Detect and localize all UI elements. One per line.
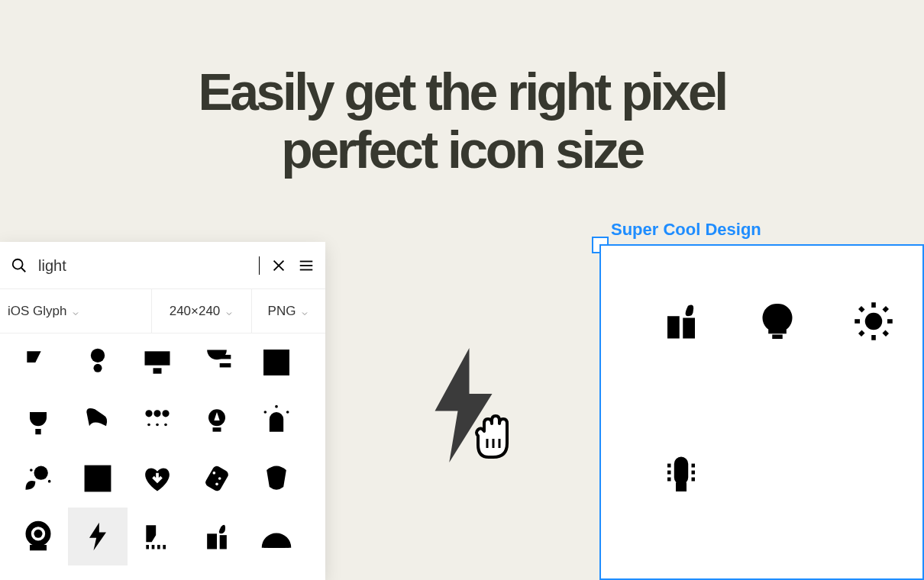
headline-line2: perfect icon size (281, 121, 642, 179)
icon-pendant-light[interactable] (68, 334, 128, 392)
icon-monitor-light[interactable] (128, 334, 187, 392)
svg-point-0 (13, 259, 23, 269)
svg-rect-71 (678, 485, 685, 490)
svg-rect-9 (145, 351, 170, 365)
svg-line-61 (884, 332, 888, 336)
svg-point-16 (162, 410, 169, 417)
led-bulb-icon[interactable] (661, 452, 702, 493)
svg-point-17 (147, 424, 150, 427)
icon-window[interactable] (68, 450, 128, 508)
frame-label[interactable]: Super Cool Design (611, 220, 761, 240)
svg-point-25 (34, 466, 48, 480)
icon-telescope[interactable] (68, 566, 128, 580)
icon-flash[interactable] (68, 508, 128, 566)
icon-siren[interactable] (247, 392, 306, 450)
headline-line1: Easily get the right pixel (198, 63, 725, 121)
svg-rect-21 (213, 427, 221, 432)
style-filter-label: iOS Glyph (8, 304, 66, 319)
svg-point-15 (153, 410, 160, 417)
icon-plugin-panel: light iOS Glyph 240×240 PNG (0, 242, 325, 580)
svg-point-34 (215, 483, 218, 486)
format-filter[interactable]: PNG (252, 289, 325, 333)
icon-grid: RGB (0, 334, 315, 580)
svg-point-27 (48, 480, 51, 483)
chevron-down-icon (300, 307, 309, 316)
icon-barcode-light[interactable] (128, 508, 187, 566)
icon-plug[interactable] (8, 392, 68, 450)
icon-candle-lighter[interactable] (187, 508, 247, 566)
style-filter[interactable]: iOS Glyph (0, 289, 151, 333)
search-bar: light (0, 242, 325, 289)
icon-ring-light[interactable] (8, 508, 68, 566)
svg-point-19 (164, 424, 167, 427)
svg-point-8 (94, 364, 102, 372)
candle-lighter-icon[interactable] (661, 301, 702, 342)
icon-faucet-light[interactable] (68, 392, 128, 450)
icon-spotlight[interactable] (187, 334, 247, 392)
icon-heart-download[interactable] (128, 450, 187, 508)
svg-point-14 (145, 410, 152, 417)
svg-rect-53 (683, 318, 695, 339)
search-icon (11, 257, 27, 274)
clear-search-button[interactable] (270, 257, 287, 274)
svg-line-63 (884, 308, 888, 311)
svg-rect-37 (30, 545, 47, 550)
sun-icon[interactable] (853, 301, 894, 342)
chevron-down-icon (225, 307, 234, 316)
svg-point-26 (30, 469, 33, 472)
icon-rainbow[interactable] (247, 508, 306, 566)
icon-remote[interactable] (187, 450, 247, 508)
page-headline: Easily get the right pixel perfect icon … (0, 63, 924, 179)
flash-icon (429, 347, 498, 463)
icon-cloud-lightning[interactable] (8, 566, 68, 580)
icon-eco-bulb[interactable] (8, 450, 68, 508)
design-frame[interactable] (599, 244, 924, 580)
svg-point-24 (275, 405, 278, 408)
search-input[interactable]: light (38, 256, 260, 275)
size-filter-label: 240×240 (170, 304, 221, 319)
svg-point-33 (218, 477, 221, 480)
svg-rect-39 (220, 535, 227, 549)
canvas-icons (601, 246, 922, 493)
svg-point-7 (91, 349, 105, 362)
icon-string-lights[interactable] (128, 392, 187, 450)
icon-cigarette[interactable] (128, 566, 187, 580)
bulb-outline-icon[interactable] (757, 301, 798, 342)
svg-rect-38 (207, 533, 217, 549)
svg-point-36 (34, 530, 43, 538)
menu-icon[interactable] (298, 257, 315, 274)
chevron-down-icon (71, 307, 80, 316)
svg-rect-64 (676, 459, 687, 483)
svg-point-55 (865, 313, 883, 330)
svg-line-60 (860, 308, 864, 311)
svg-rect-52 (667, 316, 680, 338)
filter-bar: iOS Glyph 240×240 PNG (0, 289, 325, 334)
svg-line-1 (21, 267, 26, 272)
icon-upload-light[interactable] (247, 334, 306, 392)
svg-point-18 (156, 424, 159, 427)
svg-rect-10 (153, 368, 162, 373)
icon-desk-lamp[interactable] (8, 334, 68, 392)
icon-reflector-bulb[interactable] (247, 450, 306, 508)
icon-rgb-bulb[interactable]: RGB (247, 566, 306, 580)
svg-rect-31 (204, 465, 230, 492)
drag-preview (429, 347, 513, 469)
svg-point-32 (213, 472, 216, 475)
svg-point-23 (286, 411, 289, 414)
format-filter-label: PNG (268, 304, 296, 319)
icon-grid-scroll[interactable]: RGB (0, 334, 325, 580)
size-filter[interactable]: 240×240 (151, 289, 252, 333)
grab-cursor-icon (467, 410, 516, 463)
svg-line-62 (860, 332, 864, 336)
svg-point-22 (264, 411, 267, 414)
icon-lightbulb-idea[interactable] (187, 392, 247, 450)
icon-gear-house[interactable] (187, 566, 247, 580)
